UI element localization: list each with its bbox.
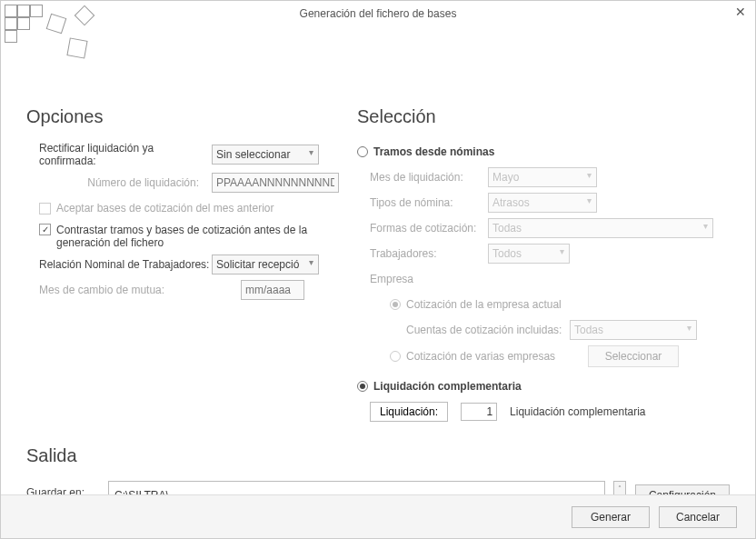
rnt-label: Relación Nominal de Trabajadores: xyxy=(39,258,212,271)
cuentas-cotizacion-label: Cuentas de cotización incluidas: xyxy=(406,324,570,336)
radio-cotizacion-actual-label: Cotización de la empresa actual xyxy=(406,298,562,311)
window-title: Generación del fichero de bases xyxy=(300,7,457,20)
contrastar-checkbox[interactable]: ✓ xyxy=(39,224,51,235)
formas-cotizacion-select: Todas xyxy=(488,218,713,238)
tipos-nomina-select: Atrasos xyxy=(488,193,597,213)
app-logo xyxy=(5,5,95,59)
close-icon[interactable]: ✕ xyxy=(735,5,746,19)
contrastar-label: Contrastar tramos y bases de cotización … xyxy=(56,224,320,249)
num-liquidacion-input xyxy=(212,173,339,193)
num-liquidacion-label: Número de liquidación: xyxy=(68,176,199,189)
liquidacion-button[interactable]: Liquidación: xyxy=(370,402,448,422)
trabajadores-select: Todos xyxy=(488,244,570,264)
tipos-nomina-label: Tipos de nómina: xyxy=(370,196,488,209)
cuentas-cotizacion-select: Todas xyxy=(570,320,697,340)
radio-cotizacion-varias-label: Cotización de varias empresas xyxy=(406,350,588,363)
radio-cotizacion-varias xyxy=(390,351,401,362)
rectificar-select[interactable]: Sin seleccionar xyxy=(212,145,319,165)
generar-button[interactable]: Generar xyxy=(572,506,650,528)
aceptar-bases-label: Aceptar bases de cotización del mes ante… xyxy=(56,202,274,215)
seleccionar-button: Seleccionar xyxy=(588,345,679,367)
trabajadores-label: Trabajadores: xyxy=(370,247,488,260)
opciones-heading: Opciones xyxy=(26,106,339,127)
salida-heading: Salida xyxy=(26,445,730,466)
title-bar: Generación del fichero de bases ✕ xyxy=(1,1,755,26)
spinner-up-icon[interactable]: ˄ xyxy=(613,481,626,495)
rectificar-label: Rectificar liquidación ya confirmada: xyxy=(39,142,212,167)
rnt-select[interactable]: Solicitar recepció xyxy=(212,255,319,274)
radio-tramos-nominas[interactable] xyxy=(357,146,368,157)
mes-cambio-input xyxy=(241,280,304,300)
radio-cotizacion-actual xyxy=(390,299,401,310)
formas-cotizacion-label: Formas de cotización: xyxy=(370,222,488,235)
dialog-footer: Generar Cancelar xyxy=(1,494,755,538)
liquidacion-number: 1 xyxy=(461,403,497,421)
liquidacion-text: Liquidación complementaria xyxy=(510,405,645,418)
mes-liquidacion-label: Mes de liquidación: xyxy=(370,171,488,184)
aceptar-bases-checkbox xyxy=(39,203,51,215)
cancelar-button[interactable]: Cancelar xyxy=(659,506,737,528)
mes-cambio-label: Mes de cambio de mutua: xyxy=(39,284,241,296)
empresa-label: Empresa xyxy=(370,273,413,285)
radio-tramos-label: Tramos desde nóminas xyxy=(373,145,494,158)
radio-liquidacion-complementaria[interactable] xyxy=(357,381,368,392)
seleccion-heading: Selección xyxy=(357,106,730,127)
mes-liquidacion-select: Mayo xyxy=(488,167,597,187)
radio-liquidacion-complementaria-label: Liquidación complementaria xyxy=(373,380,522,393)
